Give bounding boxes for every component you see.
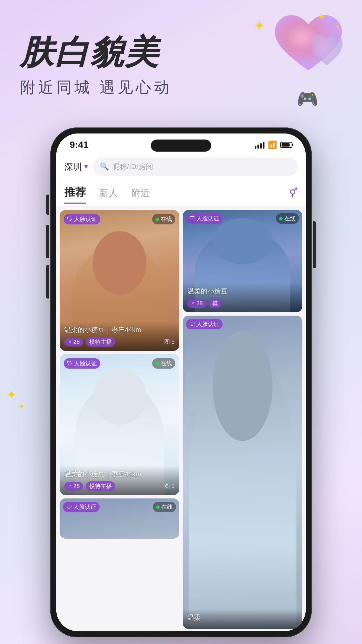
card-1-name: 温柔的小糖豆｜枣庄44km <box>64 325 175 334</box>
verified-badge-1: 🛡 人脸认证 <box>64 214 100 224</box>
card-4-top-badges: 🛡 人脸认证 <box>186 319 299 329</box>
card-2-age-tag: ♀ 28 <box>187 299 206 308</box>
card-1-overlay: 温柔的小糖豆｜枣庄44km ♀ 28 模特主播 <box>60 321 179 351</box>
online-badge-5: 在线 <box>153 502 176 512</box>
svg-text:✦: ✦ <box>335 23 340 30</box>
card-3-age-tag: ♀ 28 <box>64 482 83 491</box>
card-3[interactable]: 🛡 人脸认证 在线 温柔的小糖豆｜枣庄44km <box>60 354 179 495</box>
dynamic-island <box>151 140 211 152</box>
battery-icon <box>280 142 292 148</box>
verified-badge-2: 🛡 人脸认证 <box>186 213 223 224</box>
card-1-age-tag: ♀ 28 <box>64 338 83 346</box>
card-2-tags: ♀ 28 模 <box>187 299 298 308</box>
card-4-image <box>183 316 302 629</box>
phone-mockup: 9:41 📶 <box>50 127 312 631</box>
hero-subtitle: 附近同城 遇见心动 <box>20 77 172 98</box>
card-2-role-tag: 模 <box>209 299 221 308</box>
shield-icon: 🛡 <box>67 216 73 223</box>
verified-badge-4: 🛡 人脸认证 <box>186 319 223 329</box>
phone-screen: 9:41 📶 <box>56 133 306 631</box>
card-1-photo-tag: 图 5 <box>164 338 175 346</box>
tabs-row: 推荐 新人 附近 ⚥ <box>56 180 306 207</box>
card-5-partial[interactable]: 🛡 人脸认证 在线 <box>60 498 179 539</box>
tab-recommend[interactable]: 推荐 <box>64 182 86 204</box>
verified-badge-5: 🛡 人脸认证 <box>63 502 100 512</box>
card-2[interactable]: 🛡 人脸认证 在线 温柔的小糖豆 <box>183 210 302 312</box>
person-icon: ♀ <box>68 483 72 490</box>
status-icons: 📶 <box>255 141 292 149</box>
search-icon: 🔍 <box>100 162 109 171</box>
card-2-top-badges: 🛡 人脸认证 在线 <box>186 213 299 224</box>
card-2-name: 温柔的小糖豆 <box>187 287 298 296</box>
card-4-name: 温柔 <box>187 613 298 622</box>
card-4[interactable]: 🛡 人脸认证 温柔 <box>183 316 302 629</box>
hero-title: 肤白貌美 <box>20 34 172 70</box>
heart-decoration: ✦ ✦ <box>268 10 349 80</box>
search-input-wrapper[interactable]: 🔍 昵称/ID/房间 <box>93 158 298 176</box>
wifi-icon: 📶 <box>268 141 277 149</box>
card-3-photo-tag: 图 5 <box>164 482 175 490</box>
svg-text:✦: ✦ <box>318 12 325 22</box>
online-badge-2: 在线 <box>276 213 299 224</box>
shield-icon: 🛡 <box>189 321 195 328</box>
card-2-overlay: 温柔的小糖豆 ♀ 28 模 <box>183 283 302 312</box>
card-1[interactable]: 🛡 人脸认证 在线 温柔的小糖豆｜枣庄44km <box>60 210 179 351</box>
sparkle-left-small: ✦ <box>18 402 24 411</box>
card-4-overlay: 温柔 <box>183 609 302 629</box>
card-3-top-badges: 🛡 人脸认证 在线 <box>64 358 175 369</box>
gender-filter-icon[interactable]: ⚥ <box>289 187 298 199</box>
shield-icon: 🛡 <box>66 504 72 511</box>
person-icon: ♀ <box>191 300 195 307</box>
online-badge-3: 在线 <box>152 358 175 369</box>
hero-section: 肤白貌美 附近同城 遇见心动 <box>20 34 172 98</box>
search-placeholder: 昵称/ID/房间 <box>112 162 153 172</box>
phone-outer-frame: 9:41 📶 <box>50 127 312 637</box>
sparkle-top-right: ✦ <box>254 18 265 33</box>
location-text: 深圳 <box>64 161 82 173</box>
verified-badge-3: 🛡 人脸认证 <box>64 358 100 369</box>
shield-icon: 🛡 <box>67 360 73 367</box>
card-1-role-tag: 模特主播 <box>86 337 115 347</box>
search-bar-container: 深圳 ▼ 🔍 昵称/ID/房间 <box>56 154 306 180</box>
status-time: 9:41 <box>70 140 88 150</box>
left-column: 🛡 人脸认证 在线 温柔的小糖豆｜枣庄44km <box>60 210 179 629</box>
card-1-tags: ♀ 28 模特主播 图 5 <box>64 337 175 347</box>
tab-nearby[interactable]: 附近 <box>131 184 150 202</box>
card-3-role-tag: 模特主播 <box>86 481 115 491</box>
person-icon: ♀ <box>68 339 72 345</box>
card-3-overlay: 温柔的小糖豆｜枣庄44km ♀ 28 模特主播 <box>60 466 179 495</box>
card-3-tags: ♀ 28 模特主播 图 5 <box>64 481 175 491</box>
card-5-top-badges: 🛡 人脸认证 在线 <box>63 502 176 512</box>
signal-icon <box>255 141 264 149</box>
location-selector[interactable]: 深圳 ▼ <box>64 161 89 173</box>
tab-newbie[interactable]: 新人 <box>99 184 118 202</box>
sparkle-controller: 🎮 <box>297 89 318 109</box>
card-3-name: 温柔的小糖豆｜枣庄44km <box>64 470 175 479</box>
online-badge-1: 在线 <box>152 214 175 224</box>
chevron-down-icon: ▼ <box>83 163 89 170</box>
card-1-top-badges: 🛡 人脸认证 在线 <box>64 214 175 224</box>
right-column: 🛡 人脸认证 在线 温柔的小糖豆 <box>183 210 302 629</box>
app-content: 深圳 ▼ 🔍 昵称/ID/房间 推荐 新人 <box>56 154 306 631</box>
shield-icon: 🛡 <box>189 215 195 222</box>
sparkle-left-middle: ✦ <box>6 387 17 402</box>
